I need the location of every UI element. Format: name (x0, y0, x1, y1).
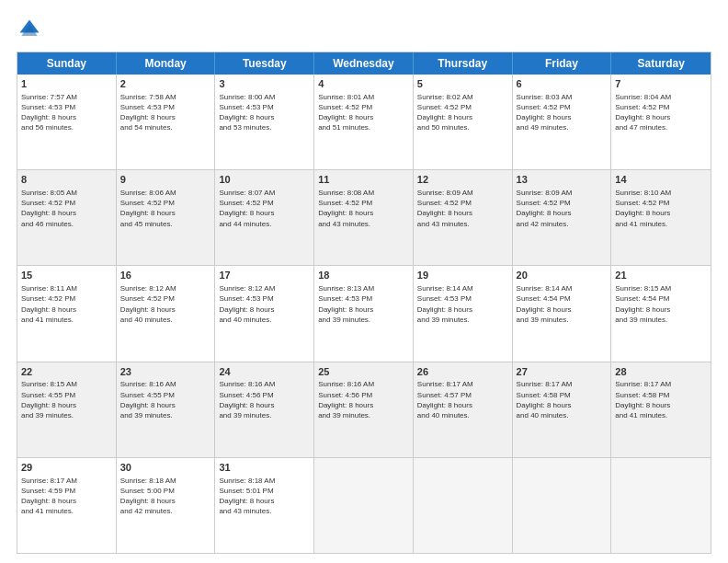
day-cell-4: 4Sunrise: 8:01 AM Sunset: 4:52 PM Daylig… (314, 75, 414, 169)
day-number: 19 (417, 269, 508, 282)
day-cell-31: 31Sunrise: 8:18 AM Sunset: 5:01 PM Dayli… (215, 458, 314, 553)
day-cell-9: 9Sunrise: 8:06 AM Sunset: 4:52 PM Daylig… (117, 170, 216, 265)
day-number: 10 (219, 173, 310, 187)
day-cell-21: 21Sunrise: 8:15 AM Sunset: 4:54 PM Dayli… (611, 266, 711, 361)
day-number: 6 (517, 77, 608, 91)
day-cell-30: 30Sunrise: 8:18 AM Sunset: 5:00 PM Dayli… (117, 458, 216, 553)
day-number: 28 (615, 365, 707, 379)
day-number: 29 (21, 461, 112, 475)
day-cell-24: 24Sunrise: 8:16 AM Sunset: 4:56 PM Dayli… (215, 362, 314, 457)
header-day-monday: Monday (117, 52, 216, 75)
day-cell-27: 27Sunrise: 8:17 AM Sunset: 4:58 PM Dayli… (513, 362, 612, 457)
day-cell-28: 28Sunrise: 8:17 AM Sunset: 4:58 PM Dayli… (611, 362, 711, 457)
day-cell-12: 12Sunrise: 8:09 AM Sunset: 4:52 PM Dayli… (414, 170, 513, 265)
day-number: 8 (21, 173, 112, 187)
day-info: Sunrise: 8:15 AM Sunset: 4:55 PM Dayligh… (21, 379, 112, 420)
day-info: Sunrise: 8:17 AM Sunset: 4:58 PM Dayligh… (517, 379, 608, 420)
day-info: Sunrise: 8:08 AM Sunset: 4:52 PM Dayligh… (318, 188, 409, 229)
calendar: SundayMondayTuesdayWednesdayThursdayFrid… (17, 52, 711, 554)
day-info: Sunrise: 8:04 AM Sunset: 4:52 PM Dayligh… (615, 92, 707, 133)
calendar-week-5: 29Sunrise: 8:17 AM Sunset: 4:59 PM Dayli… (17, 458, 711, 553)
day-cell-15: 15Sunrise: 8:11 AM Sunset: 4:52 PM Dayli… (17, 266, 117, 361)
day-number: 2 (120, 77, 211, 91)
day-number: 4 (318, 77, 409, 91)
day-info: Sunrise: 8:05 AM Sunset: 4:52 PM Dayligh… (21, 188, 112, 229)
day-info: Sunrise: 8:10 AM Sunset: 4:52 PM Dayligh… (615, 188, 707, 229)
day-info: Sunrise: 8:09 AM Sunset: 4:52 PM Dayligh… (517, 188, 608, 229)
calendar-body: 1Sunrise: 7:57 AM Sunset: 4:53 PM Daylig… (17, 75, 711, 553)
day-info: Sunrise: 8:17 AM Sunset: 4:59 PM Dayligh… (21, 476, 112, 517)
day-number: 22 (21, 365, 112, 379)
day-number: 17 (219, 269, 310, 282)
day-number: 25 (318, 365, 409, 379)
day-number: 24 (219, 365, 310, 379)
day-cell-2: 2Sunrise: 7:58 AM Sunset: 4:53 PM Daylig… (117, 75, 216, 169)
day-number: 31 (219, 461, 310, 475)
day-info: Sunrise: 8:18 AM Sunset: 5:01 PM Dayligh… (219, 476, 310, 517)
header-day-saturday: Saturday (611, 52, 711, 75)
calendar-week-4: 22Sunrise: 8:15 AM Sunset: 4:55 PM Dayli… (17, 362, 711, 458)
day-info: Sunrise: 8:17 AM Sunset: 4:57 PM Dayligh… (417, 379, 508, 420)
day-info: Sunrise: 8:14 AM Sunset: 4:54 PM Dayligh… (517, 283, 608, 325)
page-header (17, 17, 711, 42)
day-number: 27 (517, 365, 608, 379)
day-info: Sunrise: 8:16 AM Sunset: 4:55 PM Dayligh… (120, 379, 211, 420)
day-cell-29: 29Sunrise: 8:17 AM Sunset: 4:59 PM Dayli… (17, 458, 117, 553)
day-number: 21 (615, 269, 707, 282)
day-number: 12 (417, 173, 508, 187)
day-cell-26: 26Sunrise: 8:17 AM Sunset: 4:57 PM Dayli… (414, 362, 513, 457)
day-number: 26 (417, 365, 508, 379)
day-number: 18 (318, 269, 409, 282)
day-cell-16: 16Sunrise: 8:12 AM Sunset: 4:52 PM Dayli… (117, 266, 216, 361)
calendar-week-3: 15Sunrise: 8:11 AM Sunset: 4:52 PM Dayli… (17, 266, 711, 362)
day-number: 7 (615, 77, 707, 91)
day-cell-5: 5Sunrise: 8:02 AM Sunset: 4:52 PM Daylig… (414, 75, 513, 169)
header-day-wednesday: Wednesday (314, 52, 414, 75)
day-cell-6: 6Sunrise: 8:03 AM Sunset: 4:52 PM Daylig… (513, 75, 612, 169)
header-day-sunday: Sunday (17, 52, 117, 75)
logo-icon (17, 17, 42, 42)
calendar-week-1: 1Sunrise: 7:57 AM Sunset: 4:53 PM Daylig… (17, 75, 711, 170)
day-number: 1 (21, 77, 112, 91)
day-number: 23 (120, 365, 211, 379)
day-cell-3: 3Sunrise: 8:00 AM Sunset: 4:53 PM Daylig… (215, 75, 314, 169)
day-number: 5 (417, 77, 508, 91)
day-cell-13: 13Sunrise: 8:09 AM Sunset: 4:52 PM Dayli… (513, 170, 612, 265)
day-cell-10: 10Sunrise: 8:07 AM Sunset: 4:52 PM Dayli… (215, 170, 314, 265)
day-info: Sunrise: 8:01 AM Sunset: 4:52 PM Dayligh… (318, 92, 409, 133)
day-number: 11 (318, 173, 409, 187)
day-info: Sunrise: 8:12 AM Sunset: 4:53 PM Dayligh… (219, 283, 310, 325)
day-cell-8: 8Sunrise: 8:05 AM Sunset: 4:52 PM Daylig… (17, 170, 117, 265)
day-cell-18: 18Sunrise: 8:13 AM Sunset: 4:53 PM Dayli… (314, 266, 414, 361)
day-info: Sunrise: 8:17 AM Sunset: 4:58 PM Dayligh… (615, 379, 707, 420)
day-info: Sunrise: 8:14 AM Sunset: 4:53 PM Dayligh… (417, 283, 508, 325)
day-info: Sunrise: 8:13 AM Sunset: 4:53 PM Dayligh… (318, 283, 409, 325)
calendar-page: SundayMondayTuesdayWednesdayThursdayFrid… (0, 0, 728, 563)
day-info: Sunrise: 8:07 AM Sunset: 4:52 PM Dayligh… (219, 188, 310, 229)
day-cell-14: 14Sunrise: 8:10 AM Sunset: 4:52 PM Dayli… (611, 170, 711, 265)
day-cell-20: 20Sunrise: 8:14 AM Sunset: 4:54 PM Dayli… (513, 266, 612, 361)
day-number: 16 (120, 269, 211, 282)
day-info: Sunrise: 8:00 AM Sunset: 4:53 PM Dayligh… (219, 92, 310, 133)
day-info: Sunrise: 8:16 AM Sunset: 4:56 PM Dayligh… (219, 379, 310, 420)
empty-cell (314, 458, 414, 553)
day-number: 30 (120, 461, 211, 475)
day-cell-25: 25Sunrise: 8:16 AM Sunset: 4:56 PM Dayli… (314, 362, 414, 457)
day-cell-7: 7Sunrise: 8:04 AM Sunset: 4:52 PM Daylig… (611, 75, 711, 169)
day-cell-1: 1Sunrise: 7:57 AM Sunset: 4:53 PM Daylig… (17, 75, 117, 169)
calendar-header: SundayMondayTuesdayWednesdayThursdayFrid… (17, 52, 711, 75)
day-info: Sunrise: 8:15 AM Sunset: 4:54 PM Dayligh… (615, 283, 707, 325)
day-cell-22: 22Sunrise: 8:15 AM Sunset: 4:55 PM Dayli… (17, 362, 117, 457)
day-number: 14 (615, 173, 707, 187)
header-day-thursday: Thursday (414, 52, 513, 75)
day-number: 9 (120, 173, 211, 187)
day-info: Sunrise: 7:57 AM Sunset: 4:53 PM Dayligh… (21, 92, 112, 133)
day-cell-19: 19Sunrise: 8:14 AM Sunset: 4:53 PM Dayli… (414, 266, 513, 361)
empty-cell (513, 458, 612, 553)
empty-cell (414, 458, 513, 553)
header-day-tuesday: Tuesday (215, 52, 314, 75)
day-number: 20 (517, 269, 608, 282)
day-info: Sunrise: 7:58 AM Sunset: 4:53 PM Dayligh… (120, 92, 211, 133)
day-info: Sunrise: 8:18 AM Sunset: 5:00 PM Dayligh… (120, 476, 211, 517)
day-number: 13 (517, 173, 608, 187)
